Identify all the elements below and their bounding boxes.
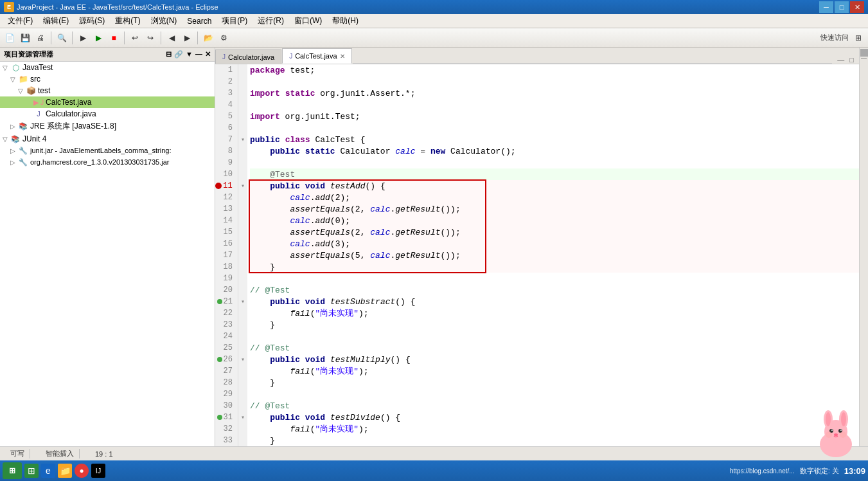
maximize-button[interactable]: □ [835,1,849,13]
code-line-10[interactable]: @Test [250,168,859,180]
start-button[interactable]: ⊞ [3,462,22,479]
new-button[interactable]: 📄 [3,31,17,45]
taskbar-icon-ie[interactable]: e [41,464,55,478]
editor-area: J Calculator.java J CalcTest.java ✕ — □ … [215,48,859,446]
token: import [250,112,280,122]
code-line-21[interactable]: public void testSubstract() { [250,296,859,307]
tree-item-test-package[interactable]: ▽ 📦 test [0,85,215,96]
code-line-19[interactable] [250,273,859,284]
expand-icon[interactable]: ▼ [186,50,193,59]
fold-marker-7[interactable]: ▾ [238,134,247,145]
sidebar-menu-icon[interactable]: — [195,50,202,59]
open-type-button[interactable]: 📂 [201,31,215,45]
tree-item-src[interactable]: ▽ 📁 src [0,73,215,85]
scroll-indicator[interactable] [860,49,868,57]
token [280,89,285,98]
code-line-23[interactable]: } [250,319,859,331]
token: calc [290,193,310,203]
code-line-9[interactable] [250,157,859,168]
close-sidebar-icon[interactable]: ✕ [205,50,211,59]
tab-close-icon[interactable]: ✕ [340,53,345,60]
code-line-31[interactable]: public void testDivide() { [250,412,859,423]
collapse-all-icon[interactable]: ⊟ [166,50,172,59]
taskbar-icon-folder[interactable]: 📁 [58,464,72,478]
code-line-13[interactable]: assertEquals(2, calc.getResult()); [250,203,859,215]
token [250,181,270,191]
fold-marker-26[interactable]: ▾ [238,354,247,365]
tree-item-hamcrest-jar[interactable]: ▷ 🔧 org.hamcrest.core_1.3.0.v20130303173… [0,156,215,168]
code-line-2[interactable] [250,76,859,87]
tree-item-calctest[interactable]: ▶ J CalcTest.java [0,96,215,108]
code-line-7[interactable]: public class CalcTest { [250,134,859,145]
code-line-27[interactable]: fail("尚未实现"); [250,365,859,377]
code-line-14[interactable]: calc.add(0); [250,215,859,226]
taskbar-icon-windows[interactable]: ⊞ [24,464,39,478]
code-line-12[interactable]: calc.add(2); [250,192,859,203]
fold-marker-11[interactable]: ▾ [238,180,247,192]
tree-item-junit[interactable]: ▽ 📚 JUnit 4 [0,133,215,145]
code-line-32[interactable]: fail("尚未实现"); [250,423,859,435]
tree-item-calculator[interactable]: J Calculator.java [0,108,215,120]
fold-marker-31[interactable]: ▾ [238,412,247,423]
tab-max-icon[interactable]: □ [847,56,856,64]
code-line-16[interactable]: calc.add(3); [250,238,859,250]
prev-button[interactable]: ◀ [164,31,179,45]
menu-help[interactable]: 帮助(H) [327,14,364,28]
menu-run[interactable]: 运行(R) [252,14,289,28]
tree-item-javaproject[interactable]: ▽ ⬡ JavaTest [0,62,215,73]
line-num-20: 20 [215,284,235,296]
close-button[interactable]: ✕ [850,1,864,13]
code-editor[interactable]: 1234567891011121314151617181920212223242… [215,64,859,446]
search-toolbar-button[interactable]: 🔍 [55,31,69,45]
menu-file[interactable]: 文件(F) [3,14,38,28]
code-line-4[interactable] [250,99,859,111]
save-button[interactable]: 💾 [18,31,32,45]
code-line-8[interactable]: public static Calculator calc = new Calc… [250,145,859,157]
tab-min-icon[interactable]: — [835,56,847,64]
code-line-3[interactable]: import static org.junit.Assert.*; [250,87,859,99]
code-line-5[interactable]: import org.junit.Test; [250,111,859,122]
next-button[interactable]: ▶ [180,31,194,45]
code-line-33[interactable]: } [250,435,859,446]
menu-refactor[interactable]: 重构(T) [110,14,145,28]
code-line-1[interactable]: package test; [250,64,859,76]
print-button[interactable]: 🖨 [33,31,48,45]
token: } [250,262,275,272]
code-line-24[interactable] [250,331,859,342]
code-line-20[interactable]: // @Test [250,284,859,296]
tree-item-jre[interactable]: ▷ 📚 JRE 系统库 [JavaSE-1.8] [0,120,215,133]
tab-calctest[interactable]: J CalcTest.java ✕ [282,48,351,64]
code-lines[interactable]: package test; import static org.junit.As… [247,64,859,446]
code-line-25[interactable]: // @Test [250,342,859,354]
code-line-26[interactable]: public void testMultiply() { [250,354,859,365]
code-line-6[interactable] [250,122,859,134]
menu-edit[interactable]: 编辑(E) [38,14,74,28]
taskbar-icon-chrome[interactable]: ● [75,464,89,478]
code-line-30[interactable]: // @Test [250,400,859,412]
code-line-15[interactable]: assertEquals(2, calc.getResult()); [250,226,859,238]
menu-source[interactable]: 源码(S) [74,14,110,28]
code-line-22[interactable]: fail("尚未实现"); [250,307,859,319]
hierarchy-button[interactable]: ⚙ [217,31,231,45]
run-button[interactable]: ▶ [91,31,105,45]
redo-button[interactable]: ↪ [143,31,157,45]
undo-button[interactable]: ↩ [128,31,142,45]
minimize-button[interactable]: ─ [819,1,833,13]
fold-marker-21[interactable]: ▾ [238,296,247,307]
tree-item-junit-jar[interactable]: ▷ 🔧 junit.jar - JavaElementLabels_comma_… [0,145,215,156]
link-editor-icon[interactable]: 🔗 [174,50,183,59]
debug-button[interactable]: ▶ [76,31,90,45]
code-line-28[interactable]: } [250,377,859,388]
menu-navigate[interactable]: 浏览(N) [146,14,182,28]
menu-window[interactable]: 窗口(W) [289,14,327,28]
perspective-button[interactable]: ⊞ [851,31,865,45]
menu-project[interactable]: 项目(P) [217,14,252,28]
code-line-29[interactable] [250,388,859,400]
code-line-17[interactable]: assertEquals(5, calc.getResult()); [250,250,859,261]
code-line-11[interactable]: public void testAdd() { [250,180,859,192]
taskbar-icon-idea[interactable]: IJ [91,464,105,478]
tab-calculator[interactable]: J Calculator.java [215,50,281,64]
stop-button[interactable]: ■ [107,31,121,45]
code-line-18[interactable]: } [250,261,859,273]
menu-search[interactable]: Search [182,15,217,27]
